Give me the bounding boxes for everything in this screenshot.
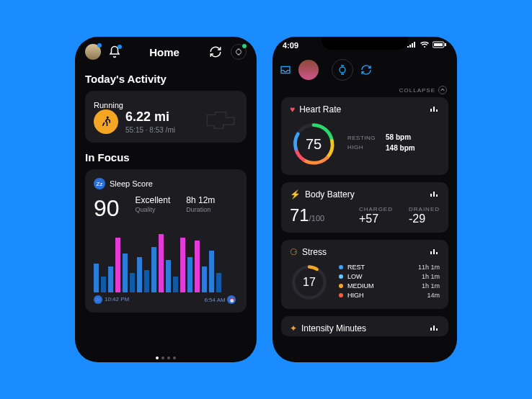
svg-point-5 <box>340 67 345 73</box>
header: Home <box>75 37 257 67</box>
stress-card[interactable]: ⚆ Stress 17 REST11h 1mLOW1h 1mMEDIUM1h 1… <box>281 240 448 309</box>
svg-rect-4 <box>445 43 446 46</box>
phone-right: 4:09 COLLAPSE ♥ Heart Rate <box>272 37 457 362</box>
sleep-bar <box>180 238 185 293</box>
sleep-bar <box>202 266 207 292</box>
sleep-bar <box>209 251 214 293</box>
sleep-bar <box>159 234 164 292</box>
tab-inbox[interactable] <box>280 64 291 76</box>
intensity-title: Intensity Minutes <box>301 323 366 333</box>
avatar <box>298 60 319 80</box>
stress-title: Stress <box>302 247 327 257</box>
legend-row: HIGH14m <box>339 292 440 299</box>
battery-title: Body Battery <box>305 189 355 200</box>
notifications-button[interactable] <box>108 45 121 58</box>
charged-label: CHARGED <box>359 206 393 212</box>
battery-icon <box>433 41 447 50</box>
battery-icon: ⚡ <box>290 189 301 200</box>
battery-value: 71 <box>290 205 309 225</box>
phone-left: Home Today's Activity Running 6.22 mi 55… <box>75 37 257 362</box>
collapse-button[interactable]: COLLAPSE <box>399 86 457 97</box>
battery-max: /100 <box>309 214 324 223</box>
sleep-bar <box>195 241 200 292</box>
high-label: HIGH <box>347 144 363 151</box>
bar-chart-icon <box>430 323 440 333</box>
sleep-bar <box>187 257 192 293</box>
wifi-icon <box>420 41 430 50</box>
section-title-activity: Today's Activity <box>85 73 247 85</box>
bar-chart-icon <box>430 189 440 200</box>
intensity-card[interactable]: ✦ Intensity Minutes <box>281 316 448 336</box>
heart-value: 75 <box>290 120 337 168</box>
sleep-duration-label: Duration <box>186 206 215 213</box>
sleep-duration-value: 8h 12m <box>186 195 215 205</box>
sleep-bar <box>108 266 113 292</box>
sleep-icon: Zz <box>94 178 105 189</box>
sync-button[interactable] <box>208 44 223 60</box>
chevron-up-icon <box>438 86 447 94</box>
stress-legend: REST11h 1mLOW1h 1mMEDIUM1h 1mHIGH14m <box>339 264 440 301</box>
sleep-bar <box>173 277 178 293</box>
sleep-bar <box>130 273 135 292</box>
tab-device[interactable] <box>332 59 353 81</box>
svg-point-0 <box>236 50 241 55</box>
legend-row: LOW1h 1m <box>339 273 440 280</box>
legend-row: MEDIUM1h 1m <box>339 282 440 290</box>
sleep-bar <box>115 238 120 293</box>
chart-foot-start: Zz10:42 PM <box>94 295 129 304</box>
body: Today's Activity Running 6.22 mi 55:15 ·… <box>75 67 257 354</box>
bar-chart-icon <box>430 247 440 257</box>
avatar[interactable] <box>85 44 101 60</box>
heart-icon: ♥ <box>290 104 295 115</box>
resting-label: RESTING <box>347 135 376 141</box>
sleep-bar <box>137 257 142 293</box>
legend-row: REST11h 1m <box>339 264 440 271</box>
tab-profile[interactable] <box>298 60 319 80</box>
drained-value: -29 <box>409 212 440 225</box>
drained-label: DRAINED <box>409 206 440 212</box>
tab-bar <box>272 54 457 86</box>
running-card[interactable]: Running 6.22 mi 55:15 · 8:53 /mi <box>85 91 247 143</box>
heart-gauge: 75 <box>290 120 337 168</box>
signal-icon <box>407 41 417 50</box>
body-battery-card[interactable]: ⚡ Body Battery 71/100 CHARGED +57 DRAINE… <box>281 182 448 233</box>
sleep-bar <box>166 260 171 292</box>
sleep-bar <box>101 277 106 293</box>
running-distance: 6.22 mi <box>125 109 175 125</box>
svg-point-1 <box>107 117 109 119</box>
running-subline: 55:15 · 8:53 /mi <box>125 126 175 134</box>
stress-icon: ⚆ <box>290 247 298 257</box>
heart-rate-card[interactable]: ♥ Heart Rate 75 <box>281 97 448 175</box>
high-value: 148 bpm <box>386 144 415 152</box>
notch <box>322 37 408 50</box>
intensity-icon: ✦ <box>290 323 297 333</box>
sleep-quality-label: Quality <box>136 206 171 213</box>
sleep-bar <box>94 264 99 293</box>
sleep-bar <box>151 247 156 292</box>
resting-value: 58 bpm <box>386 133 411 141</box>
bar-chart-icon <box>430 104 440 115</box>
section-title-focus: In Focus <box>85 151 247 163</box>
stress-gauge: 17 <box>290 263 329 302</box>
sleep-label: Sleep Score <box>110 179 153 188</box>
heart-title: Heart Rate <box>299 104 341 115</box>
route-outline-icon <box>203 109 238 134</box>
device-button[interactable] <box>231 44 247 60</box>
running-label: Running <box>94 101 238 109</box>
stress-value: 17 <box>290 263 329 302</box>
tab-sync[interactable] <box>360 64 372 76</box>
charged-value: +57 <box>359 212 393 225</box>
sleep-bar <box>123 254 128 292</box>
sleep-card[interactable]: Zz Sleep Score 90 Excellent Quality 8h 1… <box>85 169 247 313</box>
sleep-score: 90 <box>94 195 120 222</box>
sleep-chart <box>94 228 238 292</box>
sleep-bar <box>216 273 221 292</box>
pager <box>75 354 257 362</box>
running-icon <box>94 109 118 134</box>
sleep-bar <box>144 270 149 293</box>
chart-foot-end: 6:54 AM ⏰ <box>204 295 238 304</box>
sleep-quality-value: Excellent <box>136 195 171 205</box>
status-time: 4:09 <box>283 41 298 50</box>
page-title: Home <box>128 46 200 58</box>
svg-rect-3 <box>434 43 443 46</box>
